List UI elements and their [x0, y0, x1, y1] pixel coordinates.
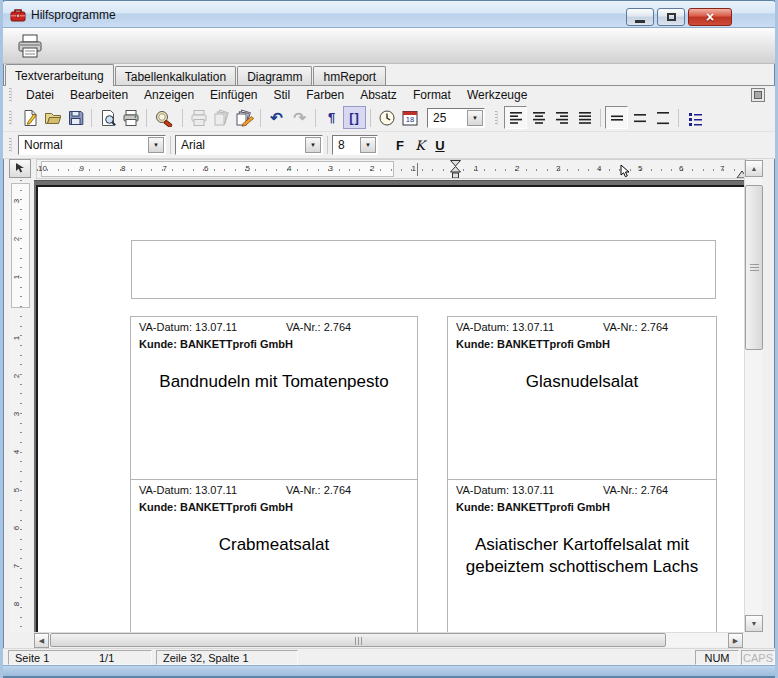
font-select[interactable]: Arial ▼	[175, 135, 323, 155]
align-justify-button[interactable]	[573, 106, 596, 129]
ruler-corner-button[interactable]	[9, 159, 31, 178]
save-button[interactable]	[64, 106, 87, 129]
label-cell-empty[interactable]	[131, 240, 716, 299]
field-brackets-button[interactable]: []	[343, 106, 366, 129]
status-page-count: 1/1	[99, 652, 114, 664]
separator	[327, 136, 328, 154]
left-indent-marker[interactable]	[450, 160, 461, 179]
print-labels-button	[187, 106, 210, 129]
italic-button[interactable]: K	[410, 135, 430, 155]
horizontal-ruler[interactable]: 10987654321 12345678	[36, 159, 747, 179]
ruler-number: 2	[13, 237, 21, 241]
scroll-down-button[interactable]: ▼	[745, 615, 763, 632]
line-spacing-15-button[interactable]	[628, 106, 651, 129]
close-button[interactable]: ×	[688, 8, 732, 26]
document-page[interactable]: VA-Datum: 13.07.11 VA-Nr.: 2.764 Kunde: …	[36, 185, 744, 632]
new-document-button[interactable]	[18, 106, 41, 129]
restore-icon	[667, 13, 676, 21]
tab[interactable]: hmReport	[313, 66, 386, 85]
zoom-select[interactable]: 25 ▼	[427, 108, 485, 128]
scroll-right-button[interactable]: ▶	[728, 633, 743, 648]
tab[interactable]: Textverarbeitung	[5, 64, 114, 86]
print-button-large[interactable]	[11, 32, 49, 60]
font-size-select[interactable]: 8 ▼	[332, 135, 378, 155]
status-position-panel: Zeile 32, Spalte 1	[156, 650, 298, 665]
scroll-up-button[interactable]: ▲	[745, 160, 763, 177]
va-datum-text: VA-Datum: 13.07.11	[456, 484, 554, 496]
dropdown-arrow-icon[interactable]: ▼	[148, 137, 164, 153]
menu-item[interactable]: Datei	[18, 88, 62, 102]
align-center-button[interactable]	[527, 106, 550, 129]
horizontal-scroll-thumb[interactable]	[50, 633, 666, 647]
align-left-button[interactable]	[504, 106, 527, 129]
menu-corner-icon	[754, 91, 762, 99]
menu-item[interactable]: Farben	[298, 88, 352, 102]
bullet-list-button[interactable]	[683, 106, 706, 129]
open-button[interactable]	[41, 106, 64, 129]
menu-item[interactable]: Werkzeuge	[459, 88, 535, 102]
dropdown-arrow-icon[interactable]: ▼	[360, 137, 376, 153]
insert-time-button[interactable]	[375, 106, 398, 129]
label-cell[interactable]: VA-Datum: 13.07.11 VA-Nr.: 2.764 Kunde: …	[447, 316, 717, 480]
spacing-15-icon	[633, 110, 647, 126]
scroll-left-button[interactable]: ◀	[34, 633, 49, 648]
menu-corner-button[interactable]	[751, 88, 765, 102]
menu-item[interactable]: Stil	[265, 88, 298, 102]
toolbar-gripper[interactable]	[9, 138, 12, 152]
ruler-number: 3	[329, 165, 333, 173]
underline-button[interactable]: U	[430, 135, 450, 155]
va-nr-text: VA-Nr.: 2.764	[286, 484, 351, 496]
ruler-number: 6	[679, 165, 683, 173]
ruler-number: 3	[13, 199, 21, 203]
edit-labels-button[interactable]	[233, 106, 256, 129]
redo-button: ↷	[288, 106, 311, 129]
toolbar-gripper[interactable]	[9, 111, 12, 125]
titlebar[interactable]: Hilfsprogramme ×	[0, 0, 778, 28]
separator	[370, 109, 371, 127]
dropdown-arrow-icon[interactable]: ▼	[305, 137, 321, 153]
ruler-number: 8	[13, 602, 21, 606]
style-select[interactable]: Normal ▼	[18, 135, 166, 155]
label-cell[interactable]: VA-Datum: 13.07.11 VA-Nr.: 2.764 Kunde: …	[130, 316, 418, 480]
ruler-number: 6	[204, 165, 208, 173]
vertical-scroll-thumb[interactable]	[745, 185, 763, 350]
insert-date-button[interactable]: 18	[398, 106, 421, 129]
print-preview-button[interactable]	[96, 106, 119, 129]
font-size-value: 8	[333, 138, 345, 152]
ruler-number: 2	[13, 374, 21, 378]
menu-item[interactable]: Format	[405, 88, 459, 102]
horizontal-scrollbar[interactable]: ◀ ▶	[34, 632, 744, 647]
tab[interactable]: Diagramm	[237, 66, 312, 85]
undo-button[interactable]: ↶	[265, 106, 288, 129]
print-button[interactable]	[119, 106, 142, 129]
edit-labels-icon	[235, 109, 255, 127]
line-spacing-single-button[interactable]	[605, 106, 628, 129]
statusbar: Seite 1 1/1 Zeile 32, Spalte 1 NUM CAPS	[3, 648, 775, 665]
copy-stack-icon	[213, 109, 231, 127]
new-document-icon	[21, 109, 39, 127]
menu-item[interactable]: Bearbeiten	[62, 88, 136, 102]
toolbar-gripper[interactable]	[9, 88, 12, 102]
vertical-scrollbar[interactable]: ▲ ▼	[744, 160, 762, 632]
print-preview-icon	[99, 109, 117, 127]
line-spacing-double-button[interactable]	[651, 106, 674, 129]
menu-item[interactable]: Anzeigen	[136, 88, 202, 102]
label-cell[interactable]: VA-Datum: 13.07.11 VA-Nr.: 2.764 Kunde: …	[447, 479, 717, 632]
document-viewport[interactable]: VA-Datum: 13.07.11 VA-Nr.: 2.764 Kunde: …	[34, 180, 744, 632]
search-button[interactable]	[151, 106, 178, 129]
dropdown-arrow-icon[interactable]: ▼	[467, 110, 483, 126]
label-cell[interactable]: VA-Datum: 13.07.11 VA-Nr.: 2.764 Kunde: …	[130, 479, 418, 632]
menu-item[interactable]: Absatz	[352, 88, 405, 102]
toolbar-gripper[interactable]	[495, 111, 498, 125]
text-start-line	[417, 163, 418, 176]
vertical-ruler[interactable]: 321 12345678	[9, 180, 33, 632]
minimize-button[interactable]	[626, 8, 654, 26]
menu-item[interactable]: Einfügen	[202, 88, 265, 102]
show-paragraph-marks-button[interactable]: ¶	[320, 106, 343, 129]
ruler-number: 9	[80, 165, 84, 173]
restore-button[interactable]	[657, 8, 685, 26]
align-right-button[interactable]	[550, 106, 573, 129]
bold-button[interactable]: F	[390, 135, 410, 155]
tab[interactable]: Tabellenkalkulation	[115, 66, 236, 85]
status-page: Seite 1	[15, 652, 49, 664]
